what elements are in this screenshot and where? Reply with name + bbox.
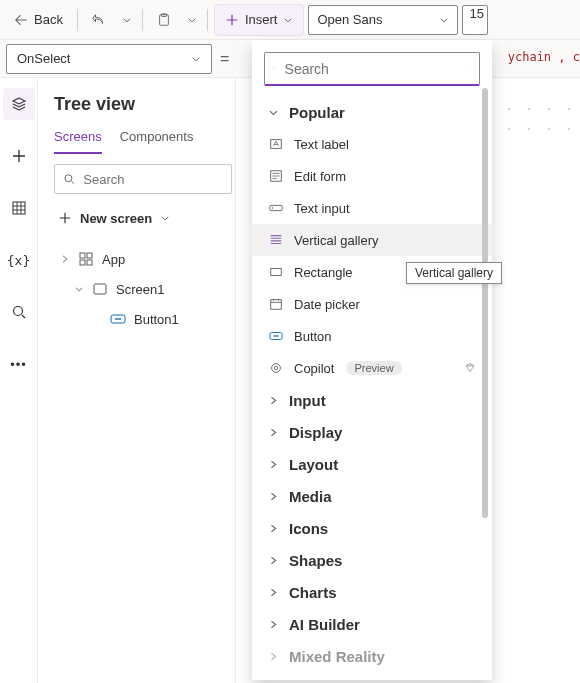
chevron-right-icon [268,651,279,662]
svg-rect-7 [80,260,85,265]
item-label: Rectangle [294,265,353,280]
new-screen-button[interactable]: New screen [54,202,235,234]
layers-icon [11,96,27,112]
insert-item-date-picker[interactable]: Date picker [252,288,492,320]
svg-rect-9 [94,284,106,294]
top-toolbar: Back Insert Open Sans 15 [0,0,580,40]
paste-split-button[interactable] [183,4,201,36]
tree-item-screen1[interactable]: Screen1 [54,274,235,304]
ellipsis-icon: ••• [10,357,27,372]
category-layout[interactable]: Layout [252,448,492,480]
rectangle-icon [269,265,283,279]
category-label: Media [289,488,332,505]
insert-item-edit-form[interactable]: Edit form [252,160,492,192]
insert-item-button[interactable]: Button [252,320,492,352]
chevron-down-icon [191,54,201,64]
chevron-down-icon [268,107,279,118]
font-size-input[interactable]: 15 [462,5,488,35]
category-input[interactable]: Input [252,384,492,416]
braces-icon: {x} [7,253,30,268]
category-display[interactable]: Display [252,416,492,448]
filter-icon[interactable] [470,62,471,76]
app-icon [78,251,94,267]
plus-icon [11,148,27,164]
back-label: Back [34,12,63,27]
font-dropdown[interactable]: Open Sans [308,5,458,35]
arrow-left-icon [14,13,28,27]
category-label: Input [289,392,326,409]
insert-button[interactable]: Insert [214,4,305,36]
tab-components[interactable]: Components [120,125,194,154]
tree-item-button1[interactable]: Button1 [54,304,235,334]
svg-rect-16 [271,300,282,310]
rail-search[interactable] [3,296,35,328]
rail-variables[interactable]: {x} [3,244,35,276]
rail-data[interactable] [3,192,35,224]
search-icon [11,304,27,320]
category-icons[interactable]: Icons [252,512,492,544]
chevron-down-icon [283,15,293,25]
category-label: Layout [289,456,338,473]
category-ai-builder[interactable]: AI Builder [252,608,492,640]
rail-insert[interactable] [3,140,35,172]
chevron-right-icon[interactable] [60,254,70,264]
insert-scroll-area[interactable]: Popular Text label Edit form Text input … [252,96,492,672]
property-dropdown[interactable]: OnSelect [6,44,212,74]
chevron-down-icon[interactable] [74,284,84,294]
item-label: Text label [294,137,349,152]
tree-view-title: Tree view [54,94,235,115]
insert-search-input[interactable] [283,60,462,78]
category-label: Mixed Reality [289,648,385,665]
paste-button[interactable] [149,4,179,36]
chevron-right-icon [268,619,279,630]
font-value: Open Sans [317,12,382,27]
undo-button[interactable] [84,4,114,36]
tree-item-label: App [102,252,125,267]
tree-search-input[interactable] [81,171,223,188]
chevron-down-icon [122,15,132,25]
tree-item-app[interactable]: App [54,244,235,274]
category-shapes[interactable]: Shapes [252,544,492,576]
rail-tree-view[interactable] [3,88,35,120]
svg-point-3 [13,307,22,316]
insert-item-text-input[interactable]: Text input [252,192,492,224]
font-size-value: 15 [469,6,483,21]
undo-split-button[interactable] [118,4,136,36]
category-label: Charts [289,584,337,601]
item-label: Button [294,329,332,344]
tree-search[interactable] [54,164,232,194]
chevron-right-icon [268,427,279,438]
rail-more[interactable]: ••• [3,348,35,380]
category-charts[interactable]: Charts [252,576,492,608]
insert-item-copilot[interactable]: Copilot Preview [252,352,492,384]
insert-search[interactable] [264,52,480,86]
svg-point-4 [65,175,72,182]
plus-icon [58,211,72,225]
tree-item-label: Button1 [134,312,179,327]
svg-rect-2 [13,202,25,214]
back-button[interactable]: Back [6,4,71,36]
category-media[interactable]: Media [252,480,492,512]
category-popular[interactable]: Popular [252,96,492,128]
search-icon [273,61,275,76]
tab-screens[interactable]: Screens [54,125,102,154]
scrollbar[interactable] [482,88,488,518]
chevron-right-icon [268,555,279,566]
canvas-area[interactable] [498,78,580,158]
svg-rect-8 [87,260,92,265]
svg-point-18 [272,364,281,373]
clipboard-icon [157,13,171,27]
property-value: OnSelect [17,51,70,66]
svg-rect-14 [270,205,282,210]
category-mixed-reality[interactable]: Mixed Reality [252,640,492,672]
left-rail: {x} ••• [0,78,38,683]
premium-icon [464,362,476,374]
button-icon [269,329,283,343]
chevron-right-icon [268,587,279,598]
insert-item-vertical-gallery[interactable]: Vertical gallery [252,224,492,256]
chevron-down-icon [160,213,170,223]
grid-icon [11,200,27,216]
formula-text-fragment: ychain , c [508,50,580,64]
chevron-right-icon [268,491,279,502]
insert-item-text-label[interactable]: Text label [252,128,492,160]
